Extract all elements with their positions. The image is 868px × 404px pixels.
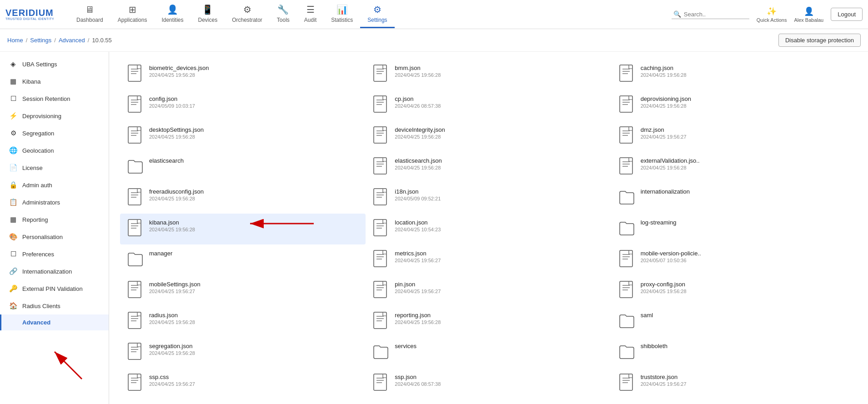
file-item-31[interactable]: ssp.json 2024/04/26 08:57:38 bbox=[366, 368, 611, 399]
sidebar-item-session-retention[interactable]: ☐Session Retention bbox=[0, 90, 109, 107]
file-item-20[interactable]: mobile-version-policie.. 2024/05/07 10:5… bbox=[612, 244, 857, 275]
file-item-0[interactable]: biometric_devices.json 2024/04/25 19:56:… bbox=[120, 59, 366, 90]
sidebar-item-license[interactable]: 📄License bbox=[0, 159, 109, 176]
file-item-18[interactable]: manager bbox=[120, 244, 366, 275]
sidebar-item-admin-auth[interactable]: 🔒Admin auth bbox=[0, 176, 109, 194]
search-input[interactable] bbox=[684, 11, 748, 18]
file-date-23: 2024/04/25 19:56:28 bbox=[641, 289, 687, 294]
file-date-15: 2024/04/25 19:56:28 bbox=[149, 227, 195, 232]
file-date-16: 2024/04/25 10:54:23 bbox=[395, 227, 441, 232]
file-item-9[interactable]: elasticsearch bbox=[120, 152, 366, 183]
nav-right: 🔍 ✨ Quick Actions 👤 Alex Babalau Logout bbox=[672, 6, 863, 23]
file-item-28[interactable]: services bbox=[366, 337, 611, 368]
file-item-23[interactable]: proxy-config.json 2024/04/25 19:56:28 bbox=[612, 275, 857, 306]
file-info-1: bmm.json 2024/04/25 19:56:28 bbox=[395, 65, 441, 78]
breadcrumb-advanced[interactable]: Advanced bbox=[59, 37, 85, 44]
file-date-12: 2024/04/25 19:56:28 bbox=[149, 196, 204, 201]
file-date-24: 2024/04/25 19:56:28 bbox=[149, 319, 195, 325]
sidebar-item-advanced[interactable]: Advanced bbox=[0, 314, 109, 330]
doc-icon-11 bbox=[619, 157, 635, 177]
file-info-19: metrics.json 2024/04/25 19:56:27 bbox=[395, 250, 441, 263]
file-item-13[interactable]: i18n.json 2024/05/09 09:52:21 bbox=[366, 183, 611, 214]
disable-storage-button[interactable]: Disable storage protection bbox=[778, 34, 861, 47]
search-box[interactable]: 🔍 bbox=[672, 10, 749, 19]
radius-clients-sidebar-icon: 🏠 bbox=[9, 302, 18, 310]
nav-item-tools[interactable]: 🔧Tools bbox=[270, 0, 297, 28]
nav-item-dashboard[interactable]: 🖥Dashboard bbox=[69, 1, 110, 28]
file-item-21[interactable]: mobileSettings.json 2024/04/25 19:56:27 bbox=[120, 275, 366, 306]
file-item-2[interactable]: caching.json 2024/04/25 19:56:28 bbox=[612, 59, 857, 90]
file-info-14: internationalization bbox=[641, 188, 690, 195]
folder-icon-17 bbox=[619, 219, 635, 239]
file-item-25[interactable]: reporting.json 2024/04/25 19:56:28 bbox=[366, 306, 611, 337]
file-item-3[interactable]: config.json 2024/05/09 10:03:17 bbox=[120, 90, 366, 121]
sidebar-item-geolocation[interactable]: 🌐Geolocation bbox=[0, 142, 109, 159]
sidebar-item-preferences[interactable]: ☐Preferences bbox=[0, 245, 109, 263]
nav-item-applications[interactable]: ⊞Applications bbox=[110, 0, 155, 28]
file-item-5[interactable]: deprovisioning.json 2024/04/25 19:56:28 bbox=[612, 90, 857, 121]
file-item-8[interactable]: dmz.json 2024/04/25 19:56:27 bbox=[612, 121, 857, 152]
kibana-sidebar-label: Kibana bbox=[22, 78, 40, 85]
advanced-sidebar-label: Advanced bbox=[22, 319, 50, 326]
sidebar-item-kibana[interactable]: ▦Kibana bbox=[0, 73, 109, 90]
layout: ◈UBA Settings▦Kibana☐Session Retention⚡D… bbox=[0, 52, 868, 404]
file-item-15[interactable]: kibana.json 2024/04/25 19:56:28 bbox=[120, 214, 366, 244]
file-item-10[interactable]: elasticsearch.json 2024/04/25 19:56:28 bbox=[366, 152, 611, 183]
sidebar-item-administrators[interactable]: 📋Administrators bbox=[0, 194, 109, 211]
file-item-33[interactable]: vface.json bbox=[120, 399, 366, 404]
quick-actions[interactable]: ✨ Quick Actions bbox=[757, 6, 787, 23]
file-info-27: segregation.json 2024/04/25 19:56:28 bbox=[149, 343, 195, 356]
file-item-30[interactable]: ssp.css 2024/04/25 19:56:27 bbox=[120, 368, 366, 399]
file-info-20: mobile-version-policie.. 2024/05/07 10:5… bbox=[641, 250, 701, 263]
admin-auth-sidebar-label: Admin auth bbox=[22, 182, 52, 189]
file-item-17[interactable]: log-streaming bbox=[612, 214, 857, 244]
file-item-19[interactable]: metrics.json 2024/04/25 19:56:27 bbox=[366, 244, 611, 275]
file-item-14[interactable]: internationalization bbox=[612, 183, 857, 214]
statistics-icon: 📊 bbox=[336, 4, 348, 15]
sidebar-item-internationalization[interactable]: 🔗Internationalization bbox=[0, 263, 109, 280]
internationalization-sidebar-icon: 🔗 bbox=[9, 267, 18, 275]
sidebar-item-radius-clients[interactable]: 🏠Radius Clients bbox=[0, 297, 109, 314]
uba-settings-sidebar-label: UBA Settings bbox=[22, 61, 57, 68]
sidebar-item-personalisation[interactable]: 🎨Personalisation bbox=[0, 228, 109, 245]
file-item-24[interactable]: radius.json 2024/04/25 19:56:28 bbox=[120, 306, 366, 337]
file-info-12: freeradiusconfig.json 2024/04/25 19:56:2… bbox=[149, 188, 204, 201]
folder-icon-26 bbox=[619, 312, 635, 332]
sidebar-item-reporting[interactable]: ▦Reporting bbox=[0, 211, 109, 228]
devices-label: Devices bbox=[198, 17, 217, 23]
nav-item-statistics[interactable]: 📊Statistics bbox=[324, 0, 360, 28]
logout-button[interactable]: Logout bbox=[831, 8, 863, 21]
nav-item-identities[interactable]: 👤Identities bbox=[154, 0, 191, 28]
dashboard-icon: 🖥 bbox=[85, 5, 94, 15]
file-name-8: dmz.json bbox=[641, 126, 687, 133]
file-item-11[interactable]: externalValidation.jso.. 2024/04/25 19:5… bbox=[612, 152, 857, 183]
file-item-27[interactable]: segregation.json 2024/04/25 19:56:28 bbox=[120, 337, 366, 368]
file-item-4[interactable]: cp.json 2024/04/26 08:57:38 bbox=[366, 90, 611, 121]
file-item-6[interactable]: desktopSettings.json 2024/04/25 19:56:28 bbox=[120, 121, 366, 152]
user-area[interactable]: 👤 Alex Babalau bbox=[794, 6, 823, 23]
file-item-29[interactable]: shibboleth bbox=[612, 337, 857, 368]
breadcrumb-settings[interactable]: Settings bbox=[30, 37, 51, 44]
nav-items: 🖥Dashboard⊞Applications👤Identities📱Devic… bbox=[69, 0, 670, 28]
file-name-9: elasticsearch bbox=[149, 157, 184, 164]
doc-icon-20 bbox=[619, 250, 635, 270]
file-item-7[interactable]: deviceIntegrity.json 2024/04/25 19:56:28 bbox=[366, 121, 611, 152]
nav-item-devices[interactable]: 📱Devices bbox=[191, 0, 225, 28]
sidebar-item-deprovisioning[interactable]: ⚡Deprovisioning bbox=[0, 107, 109, 125]
nav-item-settings[interactable]: ⚙Settings bbox=[360, 0, 394, 28]
nav-item-audit[interactable]: ☰Audit bbox=[297, 0, 324, 28]
file-item-12[interactable]: freeradiusconfig.json 2024/04/25 19:56:2… bbox=[120, 183, 366, 214]
file-item-1[interactable]: bmm.json 2024/04/25 19:56:28 bbox=[366, 59, 611, 90]
file-item-32[interactable]: truststore.json 2024/04/25 19:56:27 bbox=[612, 368, 857, 399]
nav-item-orchestrator[interactable]: ⚙Orchestrator bbox=[225, 0, 270, 28]
file-item-26[interactable]: saml bbox=[612, 306, 857, 337]
file-grid: biometric_devices.json 2024/04/25 19:56:… bbox=[120, 59, 857, 404]
file-info-16: location.json 2024/04/25 10:54:23 bbox=[395, 219, 441, 232]
breadcrumb-home[interactable]: Home bbox=[7, 37, 23, 44]
sidebar-item-segregation[interactable]: ⚙Segregation bbox=[0, 125, 109, 142]
file-item-22[interactable]: pin.json 2024/04/25 19:56:27 bbox=[366, 275, 611, 306]
sidebar-item-external-pin[interactable]: 🔑External PIN Validation bbox=[0, 280, 109, 297]
doc-icon-7 bbox=[373, 126, 389, 146]
file-item-16[interactable]: location.json 2024/04/25 10:54:23 bbox=[366, 214, 611, 244]
sidebar-item-uba-settings[interactable]: ◈UBA Settings bbox=[0, 55, 109, 73]
